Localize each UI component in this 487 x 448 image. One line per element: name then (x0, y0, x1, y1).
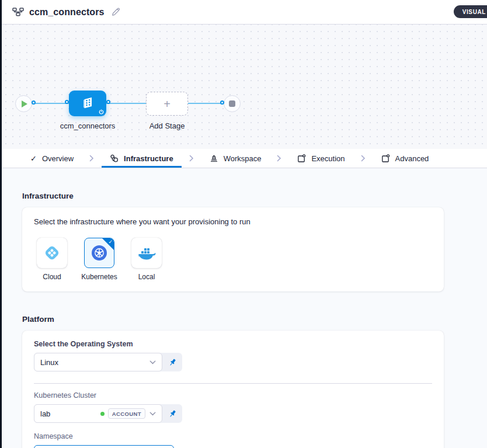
chevron-right-icon (353, 149, 373, 168)
cluster-field-label: Kubernetes Cluster (34, 391, 432, 400)
end-node-port[interactable] (220, 100, 224, 105)
section-divider (34, 383, 432, 384)
pipeline-header: ccm_connectors VISUAL (0, 0, 487, 25)
pipeline-title: ccm_connectors (29, 7, 105, 18)
namespace-field-label: Namespace (34, 432, 432, 440)
platform-section-heading: Platform (22, 315, 487, 324)
local-tile-label: Local (138, 273, 155, 281)
infra-option-local: Local (128, 238, 165, 281)
os-fixed-value-pin-button[interactable] (162, 353, 182, 371)
workspace-icon (210, 154, 218, 163)
namespace-input-wrap (34, 445, 174, 448)
cloud-tile-label: Cloud (43, 273, 61, 281)
os-field-label: Select the Operating System (34, 340, 432, 348)
cluster-fixed-value-pin-button[interactable] (162, 404, 182, 423)
visual-yaml-toggle[interactable]: VISUAL (454, 5, 487, 18)
infrastructure-tab-content: Infrastructure Select the infrastructure… (0, 168, 487, 448)
stage-node-ccm-connectors[interactable] (69, 91, 106, 116)
pin-icon (168, 358, 177, 367)
chevron-right-icon (182, 149, 201, 168)
infrastructure-section-heading: Infrastructure (22, 192, 487, 200)
kubernetes-tile-label: Kubernetes (81, 273, 117, 281)
add-stage-button[interactable]: + (146, 92, 188, 116)
local-tile[interactable] (131, 238, 162, 268)
chevron-down-icon (149, 360, 156, 364)
pipeline-canvas[interactable]: + ccm_connectors Add Stage (0, 25, 487, 149)
infrastructure-description: Select the infrastructure where you want… (34, 217, 432, 226)
infrastructure-card: Select the infrastructure where you want… (22, 207, 444, 291)
cluster-select[interactable]: lab ACCOUNT (34, 404, 162, 423)
tab-execution-label: Execution (311, 154, 345, 163)
infrastructure-icon (110, 154, 119, 163)
stage-node-label: ccm_connectors (51, 121, 124, 130)
docker-icon (137, 245, 156, 261)
tab-overview-label: Overview (42, 154, 74, 163)
pin-icon (168, 409, 177, 418)
pipeline-end-node[interactable] (224, 95, 241, 112)
stage-node-port-left[interactable] (65, 100, 69, 104)
tab-execution[interactable]: Execution (289, 149, 353, 168)
edge-stage-to-addstage (106, 103, 148, 104)
pipeline-start-node[interactable] (15, 95, 32, 112)
account-scope-badge: ACCOUNT (108, 408, 145, 419)
os-control-group: Linux (34, 353, 182, 371)
chevron-right-icon (82, 149, 102, 168)
cluster-select-value: lab (40, 409, 50, 418)
plus-icon: + (164, 98, 171, 110)
collapsed-sidebar-edge (0, 0, 2, 448)
tab-infrastructure[interactable]: Infrastructure (102, 149, 182, 168)
chevron-right-icon (269, 149, 289, 168)
add-stage-label: Add Stage (142, 121, 192, 130)
tab-advanced[interactable]: Advanced (373, 149, 437, 168)
stop-icon (229, 100, 235, 107)
os-select-value: Linux (40, 358, 58, 367)
infrastructure-options: Cloud ✓ (34, 238, 432, 281)
stage-node-port-right[interactable] (106, 100, 110, 104)
platform-card: Select the Operating System Linux Kubern… (22, 331, 444, 448)
play-icon (22, 100, 27, 107)
start-node-port[interactable] (32, 100, 36, 105)
tab-workspace-label: Workspace (224, 154, 262, 163)
cluster-control-group: lab ACCOUNT (34, 404, 182, 423)
advanced-icon (381, 154, 390, 163)
conditional-execution-icon (99, 109, 104, 114)
os-select[interactable]: Linux (34, 353, 162, 371)
infra-option-kubernetes: ✓ Ku (81, 238, 117, 281)
tab-infrastructure-label: Infrastructure (124, 154, 173, 163)
cloud-icon (43, 244, 61, 262)
execution-icon (297, 154, 306, 163)
tab-workspace[interactable]: Workspace (201, 149, 270, 168)
edit-pencil-icon[interactable] (112, 8, 120, 16)
infra-option-cloud: Cloud (34, 238, 70, 281)
kubernetes-tile[interactable]: ✓ (84, 238, 114, 268)
check-icon: ✓ (30, 154, 37, 163)
selected-check-icon: ✓ (108, 239, 113, 245)
tab-advanced-label: Advanced (395, 154, 429, 163)
iacm-stage-icon (80, 96, 95, 111)
tab-overview[interactable]: ✓ Overview (22, 149, 82, 168)
connectivity-status-dot (100, 412, 105, 416)
stage-config-tabbar: ✓ Overview Infrastructure Workspace Exec… (0, 149, 487, 168)
pipeline-icon (12, 8, 24, 16)
chevron-down-icon (149, 412, 156, 416)
cloud-tile[interactable] (37, 238, 67, 268)
